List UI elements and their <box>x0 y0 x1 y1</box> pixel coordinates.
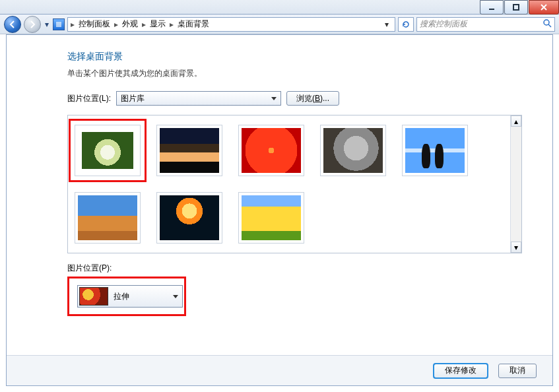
wallpaper-thumb-selected[interactable] <box>75 125 141 176</box>
page-subtext: 单击某个图片使其成为您的桌面背景。 <box>67 68 542 79</box>
chevron-right-icon: ▸ <box>142 20 146 29</box>
search-input[interactable]: 搜索控制面板 <box>416 17 555 32</box>
svg-rect-1 <box>513 5 519 10</box>
window-titlebar <box>0 0 559 15</box>
svg-point-3 <box>544 20 549 25</box>
browse-button[interactable]: 浏览(B)... <box>286 91 339 106</box>
scroll-up-icon[interactable]: ▴ <box>511 115 521 127</box>
scrollbar[interactable]: ▴ ▾ <box>510 115 521 253</box>
close-button[interactable] <box>529 0 559 15</box>
wallpaper-thumb[interactable] <box>238 125 304 176</box>
scroll-down-icon[interactable]: ▾ <box>511 242 521 253</box>
picture-location-value: 图片库 <box>121 93 145 104</box>
breadcrumb-item[interactable]: 桌面背景 <box>175 17 212 31</box>
chevron-down-icon <box>271 97 277 100</box>
wallpaper-thumb[interactable] <box>156 192 222 244</box>
control-panel-icon <box>53 18 65 30</box>
save-button[interactable]: 保存修改 <box>434 364 488 378</box>
picture-location-combo[interactable]: 图片库 <box>116 91 281 106</box>
breadcrumb-item[interactable]: 外观 <box>119 17 141 31</box>
wallpaper-thumb[interactable] <box>75 192 141 244</box>
minimize-button[interactable] <box>480 0 504 15</box>
page-title: 选择桌面背景 <box>67 51 542 63</box>
picture-location-label: 图片位置(L): <box>67 93 111 104</box>
address-bar[interactable]: ▸ 控制面板 ▸ 外观 ▸ 显示 ▸ 桌面背景 ▾ <box>67 17 395 32</box>
address-dropdown-icon[interactable]: ▾ <box>381 20 392 29</box>
picture-position-combo[interactable]: 拉伸 <box>77 285 183 308</box>
navigation-bar: ▾ ▸ 控制面板 ▸ 外观 ▸ 显示 ▸ 桌面背景 ▾ 搜索控制面板 <box>0 15 559 34</box>
picture-position-value: 拉伸 <box>114 291 129 302</box>
svg-rect-0 <box>489 9 494 10</box>
dialog-footer: 保存修改 取消 <box>7 355 552 385</box>
back-button[interactable] <box>4 16 21 33</box>
position-preview-icon <box>79 287 108 306</box>
wallpaper-thumb[interactable] <box>402 125 468 176</box>
wallpaper-list: ▴ ▾ <box>67 115 522 253</box>
forward-button[interactable] <box>24 16 41 33</box>
chevron-right-icon: ▸ <box>114 20 118 29</box>
wallpaper-thumb[interactable] <box>156 125 222 176</box>
chevron-right-icon: ▸ <box>71 20 75 29</box>
refresh-button[interactable] <box>398 17 414 32</box>
search-icon <box>543 18 552 30</box>
cancel-button[interactable]: 取消 <box>498 364 537 378</box>
wallpaper-thumb[interactable] <box>320 125 386 176</box>
picture-position-label: 图片位置(P): <box>67 263 542 274</box>
breadcrumb-item[interactable]: 显示 <box>147 17 168 31</box>
chevron-down-icon <box>173 295 178 298</box>
content-pane: 选择桌面背景 单击某个图片使其成为您的桌面背景。 图片位置(L): 图片库 浏览… <box>6 34 553 386</box>
search-placeholder: 搜索控制面板 <box>420 18 467 30</box>
wallpaper-thumb[interactable] <box>238 192 304 244</box>
maximize-button[interactable] <box>504 0 528 15</box>
nav-history-dropdown[interactable]: ▾ <box>44 18 50 31</box>
highlight-annotation: 拉伸 <box>67 277 186 316</box>
chevron-right-icon: ▸ <box>170 20 174 29</box>
breadcrumb-item[interactable]: 控制面板 <box>76 17 113 31</box>
svg-rect-2 <box>56 22 61 27</box>
